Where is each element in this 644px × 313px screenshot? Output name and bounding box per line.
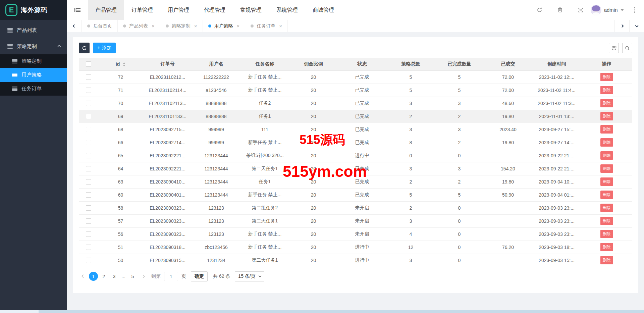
tab-close-icon[interactable]: × [237,23,240,29]
add-button[interactable]: + 添加 [93,43,116,53]
table-row: 60EL2023090401...123123444新手任务 禁止...20已完… [79,188,632,201]
tab-strategy-custom[interactable]: 策略定制 × [160,20,203,32]
cell-task: 任务2 [240,97,289,110]
nav-item-general[interactable]: 常规管理 [233,0,269,20]
cell-order: EL2023092714... [143,136,192,149]
confirm-button[interactable]: 确定 [191,271,208,281]
cell-user: 123123 [192,214,240,227]
page-size-select[interactable]: 15 条/页 [235,271,264,281]
page-size-label: 15 条/页 [238,273,255,279]
username: admin [604,7,618,13]
row-checkbox[interactable] [86,153,91,158]
row-checkbox[interactable] [86,140,91,145]
tabs-scroll-left[interactable] [67,20,82,32]
column-task: 任务名称 [240,58,289,70]
tab-close-icon[interactable]: × [194,23,197,29]
sidebar-collapse-icon[interactable] [67,0,88,20]
column-id[interactable]: id [98,58,143,70]
cell-amount: 19.80 [484,175,532,188]
row-checkbox[interactable] [86,192,91,198]
sidebar-item-product-list[interactable]: 产品列表 [0,22,67,38]
cell-actions: 删除 [581,162,632,175]
row-checkbox[interactable] [86,218,91,224]
row-checkbox[interactable] [86,205,91,211]
sort-icon[interactable] [123,62,125,66]
search-icon[interactable] [622,43,632,53]
delete-button[interactable]: 删除 [600,86,613,94]
tab-close-icon[interactable]: × [279,23,282,29]
nav-item-agents[interactable]: 代理管理 [197,0,233,20]
select-all-checkbox[interactable] [86,61,91,67]
cell-order: EL2023092221... [143,149,192,162]
delete-button[interactable]: 删除 [600,230,613,238]
cell-created: 2023-11-02 12:... [532,70,581,84]
delete-button[interactable]: 删除 [600,151,613,160]
cell-rate: 20 [289,254,338,267]
tab-product-list[interactable]: 产品列表 × [118,20,160,32]
refresh-icon[interactable] [534,4,545,16]
table-body: 72EL2023110212...1122222222新手任务 禁止...20已… [79,70,632,267]
sidebar-subitem-task-orders[interactable]: 任务订单 [0,82,67,96]
row-checkbox[interactable] [86,166,91,171]
columns-toggle-icon[interactable] [609,43,619,53]
refresh-table-button[interactable] [79,43,90,53]
delete-button[interactable]: 删除 [600,125,613,134]
delete-button[interactable]: 删除 [600,177,613,186]
row-checkbox[interactable] [86,101,91,106]
page-number-2[interactable]: 2 [99,272,108,281]
nav-item-product[interactable]: 产品管理 [88,0,124,20]
fullscreen-icon[interactable] [575,4,586,16]
cell-rate: 20 [289,214,338,227]
delete-button[interactable]: 删除 [600,164,613,173]
page-number-3[interactable]: 3 [110,272,119,281]
sidebar-subitem-user-strategy[interactable]: 用户策略 [0,68,67,82]
tabs-scroll-right[interactable] [614,20,629,32]
row-checkbox[interactable] [86,114,91,119]
tab-dot [87,24,90,28]
delete-button[interactable]: 删除 [600,73,613,81]
page-number-5[interactable]: 5 [128,272,137,281]
tabs-menu-dropdown[interactable] [629,20,644,32]
more-options-icon[interactable] [633,6,637,14]
row-checkbox-cell [79,97,98,110]
row-checkbox[interactable] [86,231,91,237]
sidebar-subitem-strategy-custom[interactable]: 策略定制 [0,54,67,68]
tab-close-icon[interactable]: × [152,23,155,29]
tab-user-strategy[interactable]: 用户策略 × [203,20,246,32]
nav-item-system[interactable]: 系统管理 [269,0,305,20]
cell-id: 50 [98,254,143,267]
delete-button[interactable]: 删除 [600,138,613,147]
nav-item-mall[interactable]: 商城管理 [305,0,341,20]
sidebar-item-strategy[interactable]: 策略定制 [0,38,67,54]
cell-status: 进行中 [338,149,386,162]
prev-page-icon[interactable] [79,272,88,281]
delete-button[interactable]: 删除 [600,99,613,107]
nav-item-orders[interactable]: 订单管理 [124,0,160,20]
pagination: 123...5 到第 页 确定 共 62 条 15 条/页 [79,271,632,281]
row-checkbox[interactable] [86,127,91,132]
trash-icon[interactable] [554,4,566,16]
row-checkbox[interactable] [86,245,91,250]
user-menu[interactable]: admin [591,5,624,15]
row-checkbox[interactable] [86,88,91,93]
delete-button[interactable]: 删除 [600,204,613,212]
row-checkbox[interactable] [86,74,91,80]
delete-button[interactable]: 删除 [600,217,613,225]
row-checkbox[interactable] [86,258,91,263]
delete-button[interactable]: 删除 [600,191,613,199]
delete-button[interactable]: 删除 [600,243,613,251]
next-page-icon[interactable] [139,272,147,281]
tab-task-orders[interactable]: 任务订单 × [245,20,288,32]
nav-item-users[interactable]: 用户管理 [160,0,197,20]
horizontal-scrollbar-thumb[interactable] [39,310,644,313]
page-number-1[interactable]: 1 [89,272,98,281]
cell-id: 65 [98,149,143,162]
cell-id: 63 [98,175,143,188]
row-checkbox[interactable] [86,179,91,185]
delete-button[interactable]: 删除 [600,256,613,264]
tab-home[interactable]: 后台首页 [82,20,118,32]
row-checkbox-cell [79,201,98,214]
goto-page-input[interactable] [164,272,178,281]
cell-status: 已完成 [338,123,386,136]
delete-button[interactable]: 删除 [600,112,613,120]
